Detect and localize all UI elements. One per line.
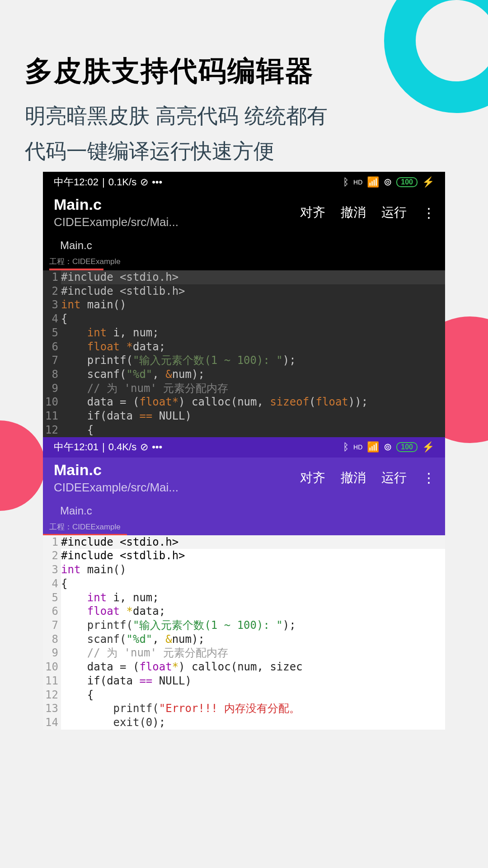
bluetooth-icon: ᛒ	[343, 176, 349, 188]
status-net-speed: 0.1K/s	[108, 176, 136, 188]
app-toolbar: Main.c CIDEExample/src/Mai... 对齐 撤消 运行 ⋮	[43, 458, 445, 501]
status-net-speed: 0.4K/s	[108, 441, 136, 453]
wifi-icon: ⊚	[384, 441, 392, 453]
signal-icon: 📶	[367, 176, 379, 188]
undo-button[interactable]: 撤消	[341, 204, 366, 221]
file-path: CIDEExample/src/Mai...	[54, 481, 300, 495]
hd-icon: HD	[353, 179, 362, 186]
promo-subtitle-1: 明亮暗黑皮肤 高亮代码 统统都有	[25, 98, 328, 133]
dark-theme-screenshot: 中午12:02 | 0.1K/s ⊘ ••• ᛒ HD 📶 ⊚ 100 ⚡ Ma…	[43, 172, 445, 437]
run-button[interactable]: 运行	[381, 204, 407, 221]
project-label: 工程：CIDEExample	[43, 520, 127, 535]
status-time: 中午12:01	[54, 440, 99, 454]
undo-button[interactable]: 撤消	[341, 469, 366, 486]
decorative-cyan-ring	[384, 0, 488, 113]
tab-main-c[interactable]: Main.c	[54, 501, 99, 520]
decorative-pink-circle-left	[0, 420, 45, 511]
tab-bar: Main.c	[43, 501, 445, 520]
wifi-icon: ⊚	[384, 176, 392, 188]
overflow-menu-icon[interactable]: ⋮	[422, 205, 434, 221]
battery-icon: 100	[396, 177, 418, 187]
run-button[interactable]: 运行	[381, 469, 407, 486]
hd-icon: HD	[353, 443, 362, 451]
tab-main-c[interactable]: Main.c	[54, 236, 99, 255]
no-disturb-icon: ⊘	[140, 441, 148, 453]
promo-title: 多皮肤支持代码编辑器	[25, 52, 328, 90]
status-bar: 中午12:01 | 0.4K/s ⊘ ••• ᛒ HD 📶 ⊚ 100 ⚡	[43, 437, 445, 458]
file-path: CIDEExample/src/Mai...	[54, 215, 300, 229]
align-button[interactable]: 对齐	[300, 469, 325, 486]
more-dots-icon: •••	[152, 441, 162, 453]
code-editor[interactable]: 1#include <stdio.h> 2#include <stdlib.h>…	[43, 535, 445, 730]
bluetooth-icon: ᛒ	[343, 441, 349, 453]
file-title: Main.c	[54, 196, 300, 213]
more-dots-icon: •••	[152, 176, 162, 188]
status-time: 中午12:02	[54, 175, 99, 189]
app-toolbar: Main.c CIDEExample/src/Mai... 对齐 撤消 运行 ⋮	[43, 192, 445, 236]
promo-header: 多皮肤支持代码编辑器 明亮暗黑皮肤 高亮代码 统统都有 代码一键编译运行快速方便	[25, 52, 328, 169]
charging-icon: ⚡	[422, 176, 434, 188]
no-disturb-icon: ⊘	[140, 176, 148, 188]
overflow-menu-icon[interactable]: ⋮	[422, 470, 434, 486]
file-title: Main.c	[54, 461, 300, 479]
project-label: 工程：CIDEExample	[43, 255, 445, 269]
code-editor[interactable]: 1#include <stdio.h> 2#include <stdlib.h>…	[43, 270, 445, 437]
charging-icon: ⚡	[422, 441, 434, 453]
align-button[interactable]: 对齐	[300, 204, 325, 221]
tab-bar: Main.c	[43, 236, 445, 255]
promo-subtitle-2: 代码一键编译运行快速方便	[25, 133, 328, 169]
light-theme-screenshot: 中午12:01 | 0.4K/s ⊘ ••• ᛒ HD 📶 ⊚ 100 ⚡ Ma…	[43, 437, 445, 730]
signal-icon: 📶	[367, 441, 379, 453]
battery-icon: 100	[396, 442, 418, 452]
status-bar: 中午12:02 | 0.1K/s ⊘ ••• ᛒ HD 📶 ⊚ 100 ⚡	[43, 172, 445, 192]
